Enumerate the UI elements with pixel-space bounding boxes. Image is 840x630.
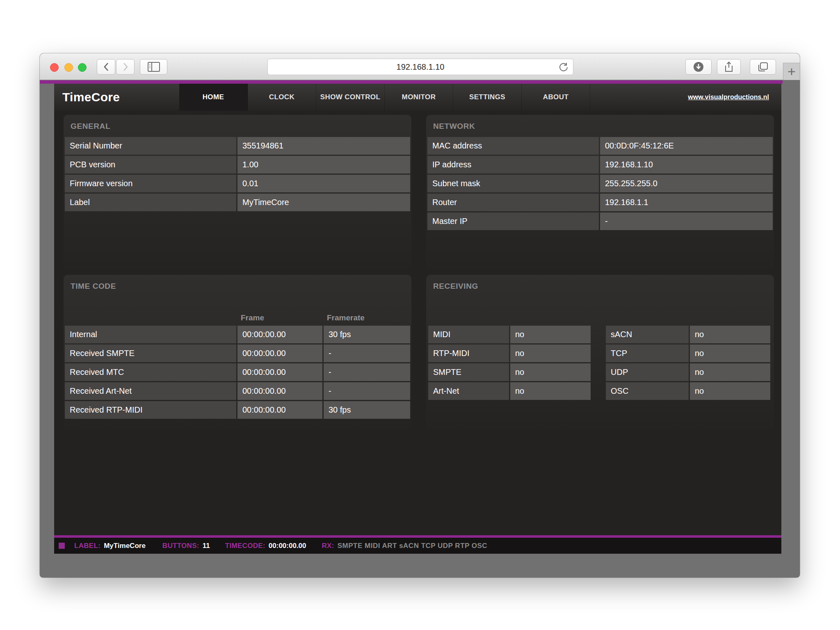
table-row: UDP no bbox=[606, 363, 770, 381]
status-indicator-icon bbox=[59, 543, 65, 549]
sidebar-icon bbox=[148, 62, 160, 72]
main-content: GENERAL Serial Number 355194861 PCB vers… bbox=[54, 111, 781, 430]
row-label: Internal bbox=[65, 326, 236, 343]
framerate-value: 30 fps bbox=[324, 326, 410, 343]
status-value: MyTimeCore bbox=[104, 542, 146, 550]
row-label: TCP bbox=[606, 345, 689, 362]
row-label: Serial Number bbox=[65, 137, 236, 155]
table-row: OSC no bbox=[606, 382, 770, 400]
tab-home[interactable]: HOME bbox=[179, 84, 248, 111]
row-value: no bbox=[690, 382, 770, 400]
tab-overview-button[interactable] bbox=[750, 59, 776, 75]
table-row: MAC address 00:0D:0F:45:12:6E bbox=[427, 137, 773, 155]
app-logo: TimeCore bbox=[62, 90, 120, 104]
sidebar-toggle-button[interactable] bbox=[140, 59, 167, 75]
table-row: MIDI no bbox=[428, 326, 591, 343]
row-value: 0.01 bbox=[237, 175, 410, 192]
reload-icon[interactable] bbox=[558, 62, 569, 73]
row-value: no bbox=[510, 382, 591, 400]
tab-clock[interactable]: CLOCK bbox=[248, 84, 316, 111]
panel-title: GENERAL bbox=[65, 115, 410, 137]
minimize-button[interactable] bbox=[64, 63, 73, 72]
download-icon bbox=[693, 61, 704, 73]
row-value: no bbox=[510, 345, 591, 362]
close-button[interactable] bbox=[50, 63, 59, 72]
vendor-link[interactable]: www.visualproductions.nl bbox=[688, 94, 769, 101]
browser-toolbar: 192.168.1.10 bbox=[40, 53, 800, 80]
row-value: 00:0D:0F:45:12:6E bbox=[600, 137, 773, 155]
row-label: SMPTE bbox=[428, 363, 509, 381]
row-value: 1.00 bbox=[237, 156, 410, 173]
framerate-value: 30 fps bbox=[324, 401, 410, 419]
tabs-icon bbox=[757, 62, 769, 72]
table-row: sACN no bbox=[606, 326, 770, 343]
browser-window: 192.168.1.10 bbox=[40, 53, 800, 578]
url-text: 192.168.1.10 bbox=[397, 62, 445, 72]
table-row: Internal 00:00:00.00 30 fps bbox=[65, 326, 410, 343]
row-value: 192.168.1.10 bbox=[600, 156, 773, 173]
forward-button[interactable] bbox=[116, 59, 135, 75]
row-label: Art-Net bbox=[428, 382, 509, 400]
column-header-framerate: Framerate bbox=[324, 313, 410, 322]
row-value: no bbox=[690, 363, 770, 381]
share-button[interactable] bbox=[717, 59, 741, 75]
tab-monitor[interactable]: MONITOR bbox=[385, 84, 453, 111]
panel-title: RECEIVING bbox=[427, 275, 773, 297]
row-label: Label bbox=[65, 194, 236, 211]
back-button[interactable] bbox=[97, 59, 115, 75]
table-row: Subnet mask 255.255.255.0 bbox=[427, 175, 773, 192]
table-row: TCP no bbox=[606, 345, 770, 362]
row-label: UDP bbox=[606, 363, 689, 381]
table-row: Label MyTimeCore bbox=[65, 194, 410, 211]
table-row: PCB version 1.00 bbox=[65, 156, 410, 173]
row-value: no bbox=[690, 345, 770, 362]
new-tab-button[interactable]: + bbox=[783, 63, 800, 80]
table-row: Firmware version 0.01 bbox=[65, 175, 410, 192]
status-key: BUTTONS: bbox=[162, 542, 199, 550]
table-row: Router 192.168.1.1 bbox=[427, 194, 773, 211]
tab-show-control[interactable]: SHOW CONTROL bbox=[316, 84, 385, 111]
status-value: SMPTE MIDI ART sACN TCP UDP RTP OSC bbox=[338, 542, 487, 550]
row-label: Master IP bbox=[427, 212, 599, 230]
table-row: SMPTE no bbox=[428, 363, 591, 381]
back-icon bbox=[103, 62, 109, 71]
row-label: OSC bbox=[606, 382, 689, 400]
row-label: Subnet mask bbox=[427, 175, 599, 192]
zoom-button[interactable] bbox=[78, 63, 87, 72]
table-row: Art-Net no bbox=[428, 382, 591, 400]
receiving-table-left: MIDI no RTP-MIDI no SMPTE no bbox=[428, 326, 591, 400]
status-buttons-group: BUTTONS: 11 bbox=[162, 542, 210, 550]
column-header-frame: Frame bbox=[237, 313, 322, 322]
row-value: 255.255.255.0 bbox=[600, 175, 773, 192]
framerate-value: - bbox=[324, 345, 410, 362]
table-row: Master IP - bbox=[427, 212, 773, 230]
row-label: IP address bbox=[427, 156, 599, 173]
page-top-accent bbox=[40, 80, 783, 84]
forward-icon bbox=[123, 62, 128, 71]
frame-value: 00:00:00.00 bbox=[237, 401, 322, 419]
frame-value: 00:00:00.00 bbox=[237, 363, 322, 381]
row-label: sACN bbox=[606, 326, 689, 343]
general-panel: GENERAL Serial Number 355194861 PCB vers… bbox=[64, 115, 411, 270]
panel-title: NETWORK bbox=[427, 115, 773, 137]
downloads-button[interactable] bbox=[685, 59, 712, 75]
status-key: RX: bbox=[322, 542, 334, 550]
receiving-table-right: sACN no TCP no UDP no bbox=[606, 326, 770, 400]
table-row: RTP-MIDI no bbox=[428, 345, 591, 362]
new-tab-icon: + bbox=[788, 64, 796, 80]
row-label: Received MTC bbox=[65, 363, 236, 381]
row-value: no bbox=[510, 363, 591, 381]
tab-about[interactable]: ABOUT bbox=[522, 84, 590, 111]
timecode-column-headers: Frame Framerate bbox=[65, 297, 410, 326]
framerate-value: - bbox=[324, 382, 410, 400]
frame-value: 00:00:00.00 bbox=[237, 345, 322, 362]
tab-settings[interactable]: SETTINGS bbox=[453, 84, 522, 111]
row-label: Received SMPTE bbox=[65, 345, 236, 362]
row-value: 192.168.1.1 bbox=[600, 194, 773, 211]
share-icon bbox=[724, 61, 734, 73]
row-value: 355194861 bbox=[237, 137, 410, 155]
address-bar[interactable]: 192.168.1.10 bbox=[267, 59, 573, 75]
status-footer: LABEL: MyTimeCore BUTTONS: 11 TIMECODE: … bbox=[54, 535, 781, 554]
table-row: Received MTC 00:00:00.00 - bbox=[65, 363, 410, 381]
app-navbar: TimeCore HOME CLOCK SHOW CONTROL MONITOR… bbox=[54, 84, 781, 111]
